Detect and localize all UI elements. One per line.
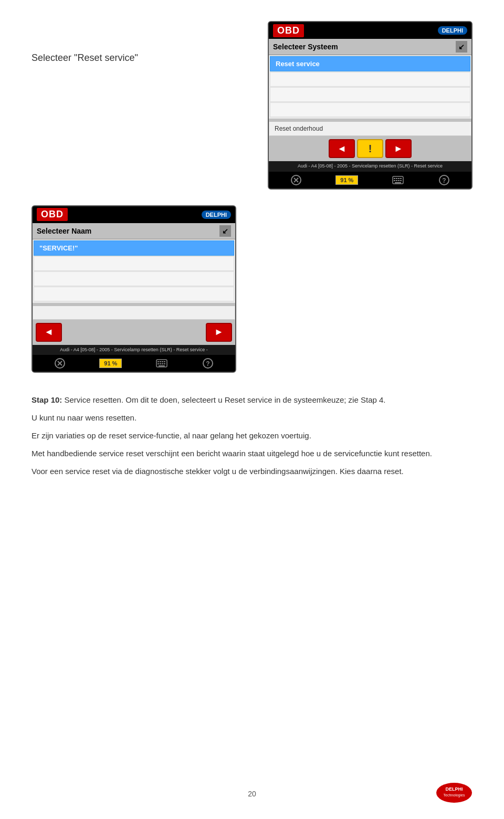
device1-title-bar: Selecteer Systeem ↙ — [269, 39, 471, 55]
device2-title-bar: Selecteer Naam ↙ — [33, 223, 235, 239]
device1-empty-row-3 — [270, 102, 470, 117]
body-line-3: Er zijn variaties op de reset service-fu… — [32, 429, 472, 442]
device1-help-btn[interactable]: ? — [437, 174, 451, 186]
page-container: Selecteer "Reset service" OBD DELPHI Sel… — [0, 0, 504, 819]
device1-percent: 91 % — [335, 175, 358, 185]
svg-rect-6 — [398, 178, 400, 179]
body-line-step10: Stap 10: Service resetten. Om dit te doe… — [32, 394, 472, 406]
device1-delphi-logo: DELPHI — [438, 26, 467, 35]
svg-rect-26 — [164, 363, 165, 364]
device1-back-btn[interactable]: ◄ — [329, 139, 355, 158]
svg-rect-19 — [158, 361, 159, 362]
svg-rect-25 — [162, 363, 163, 364]
svg-rect-4 — [394, 178, 395, 179]
svg-rect-23 — [158, 363, 159, 364]
step10-prefix: Stap 10: — [32, 395, 62, 404]
device1-status-text: Audi - A4 [05-08] - 2005 - Servicelamp r… — [298, 163, 443, 169]
body-text-section: Stap 10: Service resetten. Om dit te doe… — [32, 388, 472, 488]
device1-keyboard-btn[interactable] — [391, 174, 405, 186]
device1-selected-item[interactable]: Reset service — [270, 56, 470, 71]
svg-rect-5 — [396, 178, 397, 179]
device2-help-btn[interactable]: ? — [201, 358, 215, 369]
body-line-4: Met handbediende service reset verschijn… — [32, 447, 472, 460]
device1-list-area: Reset service — [269, 55, 471, 119]
device2-nav-bar: ◄ ► — [33, 320, 235, 345]
svg-rect-20 — [160, 361, 161, 362]
device2-delphi-logo: DELPHI — [202, 211, 231, 219]
svg-rect-24 — [160, 363, 161, 364]
device1-warn-btn[interactable]: ! — [357, 139, 383, 158]
page-number: 20 — [248, 790, 256, 798]
svg-rect-27 — [159, 365, 165, 366]
device1-obd-logo: OBD — [273, 24, 304, 37]
device1-bottom-bar: 91 % — [269, 172, 471, 188]
device1-close-btn[interactable] — [289, 174, 303, 186]
instruction-text: Selecteer "Reset service" — [32, 52, 257, 64]
svg-rect-9 — [396, 180, 397, 181]
device2-selected-item[interactable]: "SERVICE!" — [34, 240, 234, 256]
device1-header: OBD DELPHI — [269, 22, 471, 39]
device2-close-btn[interactable] — [53, 358, 67, 369]
svg-text:?: ? — [206, 360, 209, 368]
device2-fwd-btn[interactable]: ► — [206, 323, 232, 342]
device2-empty-row-3 — [34, 287, 234, 301]
device1-status-bar: Audi - A4 [05-08] - 2005 - Servicelamp r… — [269, 161, 471, 172]
device2-header: OBD DELPHI — [33, 206, 235, 223]
svg-text:Technologies: Technologies — [444, 793, 465, 797]
device2-screen-title: Selecteer Naam — [37, 227, 91, 235]
svg-point-30 — [436, 783, 472, 803]
device2-status-bar: Audi - A4 [05-08] - 2005 - Servicelamp r… — [33, 345, 235, 355]
device2-normal-item — [33, 306, 235, 320]
top-section: Selecteer "Reset service" OBD DELPHI Sel… — [32, 21, 472, 190]
device2-list-area: "SERVICE!" — [33, 239, 235, 303]
svg-rect-7 — [400, 178, 402, 179]
device2-bottom-bar: 91 % — [33, 355, 235, 372]
device2-empty-row-1 — [34, 256, 234, 271]
device1-title-icon[interactable]: ↙ — [456, 41, 467, 52]
svg-rect-22 — [164, 361, 165, 362]
step10-text: Service resetten. Om dit te doen, select… — [62, 395, 385, 404]
device2-back-btn[interactable]: ◄ — [36, 323, 62, 342]
device2-empty-row-2 — [34, 271, 234, 286]
device2-obd-logo: OBD — [37, 208, 68, 221]
device2-percent: 91 % — [99, 359, 122, 368]
instruction-left: Selecteer "Reset service" — [32, 21, 268, 64]
device2-keyboard-btn[interactable] — [155, 358, 169, 369]
device1-nav-bar: ◄ ! ► — [269, 136, 471, 161]
svg-text:DELPHI: DELPHI — [445, 786, 463, 792]
second-section: OBD DELPHI Selecteer Naam ↙ "SERVICE!" — [32, 205, 472, 373]
body-line-2: U kunt nu naar wens resetten. — [32, 412, 472, 424]
delphi-footer-logo: DELPHI Technologies — [436, 782, 472, 803]
device1-empty-row-2 — [270, 87, 470, 102]
device1-empty-row-1 — [270, 72, 470, 87]
svg-rect-10 — [398, 180, 400, 181]
device2-status-text: Audi - A4 [05-08] - 2005 - Servicelamp r… — [60, 347, 208, 352]
body-line-5: Voor een service reset via de diagnostis… — [32, 465, 472, 478]
device2-mockup: OBD DELPHI Selecteer Naam ↙ "SERVICE!" — [32, 205, 236, 373]
svg-rect-11 — [400, 180, 402, 181]
device1-normal-item[interactable]: Reset onderhoud — [269, 122, 471, 136]
device1-mockup: OBD DELPHI Selecteer Systeem ↙ Reset ser… — [268, 21, 472, 190]
device1-screen-title: Selecteer Systeem — [273, 43, 338, 51]
device2-title-icon[interactable]: ↙ — [219, 225, 231, 237]
device1-fwd-btn[interactable]: ► — [385, 139, 412, 158]
svg-text:?: ? — [442, 177, 446, 184]
svg-rect-21 — [162, 361, 163, 362]
svg-rect-12 — [395, 182, 401, 183]
svg-rect-8 — [394, 180, 395, 181]
